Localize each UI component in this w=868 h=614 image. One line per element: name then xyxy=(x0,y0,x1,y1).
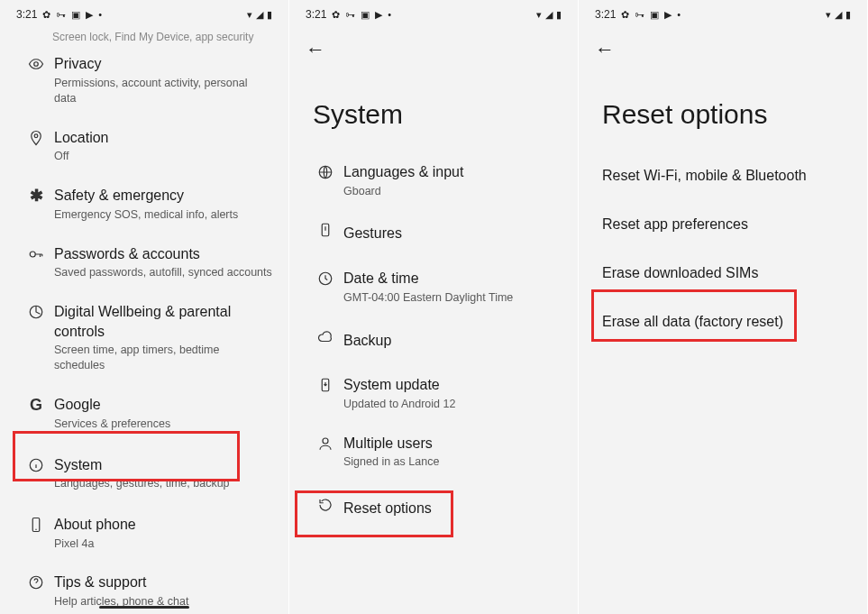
home-indicator[interactable] xyxy=(99,606,189,609)
users-icon xyxy=(317,435,333,455)
reset-item-wifi-mobile-bluetooth[interactable]: Reset Wi-Fi, mobile & Bluetooth xyxy=(579,151,867,200)
eye-icon xyxy=(28,56,44,76)
item-subtitle: Off xyxy=(54,149,272,164)
item-title: Privacy xyxy=(54,54,272,74)
reset-options-screen: 3:21 ✿ 🗝 ▣ ▶ • ▾ ◢ ▮ ← Reset options Res… xyxy=(579,0,868,614)
item-title: Reset app preferences xyxy=(602,216,748,232)
status-signal-icon: ◢ xyxy=(545,10,553,20)
item-title: Languages & input xyxy=(343,162,562,182)
item-subtitle: Permissions, account activity, personal … xyxy=(54,76,272,106)
system-item-date-time[interactable]: Date & time GMT-04:00 Eastern Daylight T… xyxy=(289,258,578,316)
item-subtitle: Pixel 4a xyxy=(54,536,272,552)
globe-icon xyxy=(317,164,333,184)
phone-icon xyxy=(28,517,44,536)
status-app-icon: ▣ xyxy=(361,10,370,20)
status-battery-icon: ▮ xyxy=(267,10,272,20)
system-item-system-update[interactable]: System update Updated to Android 12 xyxy=(289,364,578,422)
asterisk-icon: ✱ xyxy=(30,188,43,204)
item-title: Location xyxy=(54,128,272,148)
system-item-reset-options[interactable]: Reset options xyxy=(289,481,578,536)
settings-item-system[interactable]: System Languages, gestures, time, backup xyxy=(0,443,288,504)
settings-item-wellbeing[interactable]: Digital Wellbeing & parental controls Sc… xyxy=(0,291,288,384)
item-title: Google xyxy=(54,395,272,415)
status-bar: 3:21 ✿ 🗝 ▣ ▶ • ▾ ◢ ▮ xyxy=(289,4,578,25)
settings-item-privacy[interactable]: Privacy Permissions, account activity, p… xyxy=(0,43,288,116)
status-app-icon: ▣ xyxy=(71,10,80,20)
status-key-icon: 🗝 xyxy=(345,10,355,20)
settings-item-passwords[interactable]: Passwords & accounts Saved passwords, au… xyxy=(0,234,288,291)
item-title: Reset Wi-Fi, mobile & Bluetooth xyxy=(602,168,807,183)
item-subtitle: Emergency SOS, medical info, alerts xyxy=(54,207,272,223)
item-title: Multiple users xyxy=(343,434,562,454)
settings-item-location[interactable]: Location Off xyxy=(0,117,288,175)
settings-item-about-phone[interactable]: About phone Pixel 4a xyxy=(0,504,288,562)
item-title: Erase all data (factory reset) xyxy=(602,314,783,329)
item-subtitle: Services & preferences xyxy=(54,417,272,432)
item-title: Backup xyxy=(343,327,562,354)
item-title: About phone xyxy=(54,515,272,535)
status-dot-icon: • xyxy=(98,10,102,20)
svg-point-11 xyxy=(323,438,328,444)
settings-item-google[interactable]: G Google Services & preferences xyxy=(0,384,288,442)
status-bar: 3:21 ✿ 🗝 ▣ ▶ • ▾ ◢ ▮ xyxy=(579,4,867,25)
status-settings-icon: ✿ xyxy=(332,10,340,20)
partial-item-subtitle: Screen lock, Find My Device, app securit… xyxy=(0,25,288,43)
item-title: System xyxy=(54,455,272,475)
gesture-icon xyxy=(317,222,333,242)
svg-point-2 xyxy=(30,252,35,257)
item-title: Reset options xyxy=(343,495,562,522)
status-play-icon: ▶ xyxy=(664,10,672,20)
status-app-icon: ▣ xyxy=(650,10,659,20)
reset-item-factory-reset[interactable]: Erase all data (factory reset) xyxy=(579,298,867,346)
settings-main-screen: 3:21 ✿ 🗝 ▣ ▶ • ▾ ◢ ▮ Screen lock, Find M… xyxy=(0,0,289,614)
item-title: Gestures xyxy=(343,220,562,247)
clock-icon xyxy=(317,270,333,290)
reset-icon xyxy=(317,497,333,517)
item-title: Digital Wellbeing & parental controls xyxy=(54,302,272,341)
item-subtitle: Saved passwords, autofill, synced accoun… xyxy=(54,265,272,280)
back-button[interactable]: ← xyxy=(306,38,325,61)
status-battery-icon: ▮ xyxy=(845,10,851,20)
google-icon: G xyxy=(30,397,42,413)
status-play-icon: ▶ xyxy=(86,10,93,20)
item-subtitle: Signed in as Lance xyxy=(343,454,562,470)
status-signal-icon: ◢ xyxy=(835,10,842,20)
item-subtitle: Gboard xyxy=(343,184,562,199)
status-key-icon: 🗝 xyxy=(635,10,644,20)
status-wifi-icon: ▾ xyxy=(536,10,542,20)
settings-item-safety[interactable]: ✱ Safety & emergency Emergency SOS, medi… xyxy=(0,175,288,233)
status-key-icon: 🗝 xyxy=(56,10,66,20)
wellbeing-icon xyxy=(28,304,44,324)
system-item-languages[interactable]: Languages & input Gboard xyxy=(289,151,578,209)
system-settings-screen: 3:21 ✿ 🗝 ▣ ▶ • ▾ ◢ ▮ ← System Languages … xyxy=(289,0,579,614)
status-wifi-icon: ▾ xyxy=(247,10,252,20)
system-item-multiple-users[interactable]: Multiple users Signed in as Lance xyxy=(289,423,578,481)
status-settings-icon: ✿ xyxy=(621,10,629,20)
info-icon xyxy=(28,457,44,477)
item-subtitle: Screen time, app timers, bedtime schedul… xyxy=(54,343,272,373)
status-bar: 3:21 ✿ 🗝 ▣ ▶ • ▾ ◢ ▮ xyxy=(0,4,288,25)
item-title: Erase downloaded SIMs xyxy=(602,265,758,280)
status-signal-icon: ◢ xyxy=(256,10,263,20)
page-title: System xyxy=(289,69,578,151)
reset-item-app-preferences[interactable]: Reset app preferences xyxy=(579,200,867,249)
status-wifi-icon: ▾ xyxy=(826,10,831,20)
svg-point-0 xyxy=(34,62,39,67)
item-subtitle: GMT-04:00 Eastern Daylight Time xyxy=(343,290,562,306)
item-title: System update xyxy=(343,375,562,395)
status-settings-icon: ✿ xyxy=(42,10,50,20)
status-dot-icon: • xyxy=(388,10,391,20)
update-icon xyxy=(317,377,333,397)
reset-item-erase-sims[interactable]: Erase downloaded SIMs xyxy=(579,249,867,298)
status-dot-icon: • xyxy=(677,10,681,20)
item-title: Passwords & accounts xyxy=(54,244,272,264)
system-item-backup[interactable]: Backup xyxy=(289,316,578,365)
back-button[interactable]: ← xyxy=(595,38,615,61)
status-play-icon: ▶ xyxy=(375,10,382,20)
cloud-icon xyxy=(317,329,333,349)
status-time: 3:21 xyxy=(595,8,616,21)
item-title: Safety & emergency xyxy=(54,186,272,206)
system-item-gestures[interactable]: Gestures xyxy=(289,209,578,258)
item-title: Date & time xyxy=(343,269,562,289)
item-title: Tips & support xyxy=(54,573,272,592)
